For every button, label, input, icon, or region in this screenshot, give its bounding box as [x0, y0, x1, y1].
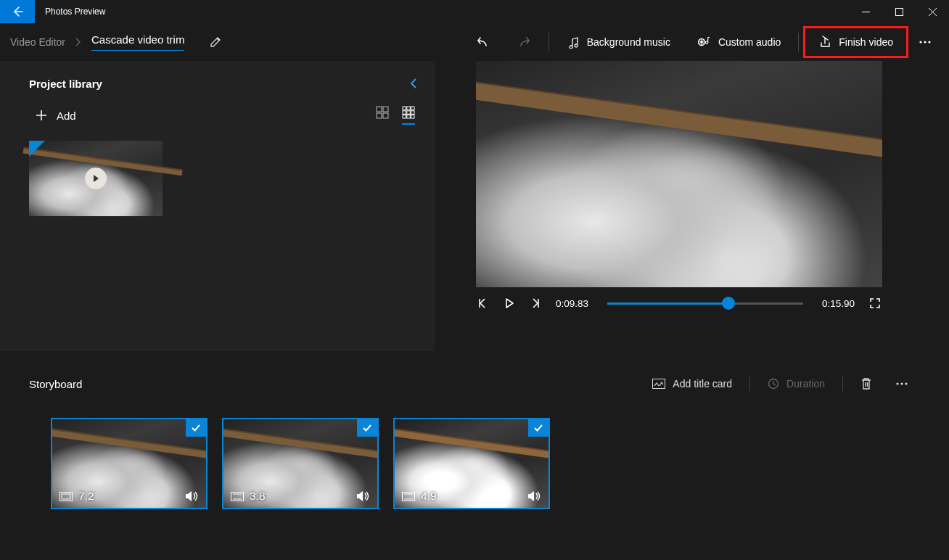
toolbar: Video Editor Cascade video trim Backgrou…: [0, 23, 949, 61]
add-title-card-button[interactable]: Add title card: [641, 372, 744, 395]
undo-button[interactable]: [463, 28, 504, 57]
svg-point-4: [928, 41, 930, 43]
svg-rect-10: [407, 107, 411, 110]
finish-video-button[interactable]: Finish video: [805, 28, 906, 56]
library-clip-thumbnail[interactable]: [29, 141, 163, 216]
video-indicator-icon: [29, 141, 45, 157]
edit-name-button[interactable]: [209, 36, 222, 49]
clock-icon: [768, 378, 779, 390]
minimize-button[interactable]: [849, 0, 882, 23]
next-frame-button[interactable]: [530, 297, 541, 309]
scrubber-handle[interactable]: [722, 297, 735, 310]
collapse-library-button[interactable]: [409, 77, 418, 90]
add-media-button[interactable]: Add: [35, 109, 76, 122]
svg-rect-17: [411, 115, 415, 119]
play-icon: [85, 168, 107, 189]
window-controls: [849, 0, 949, 23]
audio-icon[interactable]: [527, 490, 541, 502]
duration-icon: [402, 492, 415, 501]
trash-icon: [860, 377, 872, 390]
svg-rect-26: [403, 492, 415, 501]
music-icon: [567, 36, 580, 49]
preview-panel: 0:09.83 0:15.90: [435, 61, 949, 351]
svg-point-2: [919, 41, 921, 43]
separator: [798, 33, 799, 52]
svg-point-3: [924, 41, 926, 43]
selected-check-icon: [528, 419, 549, 437]
project-library-panel: Project library Add: [0, 61, 435, 351]
current-time: 0:09.83: [556, 298, 588, 309]
svg-rect-25: [231, 492, 244, 501]
delete-clip-button[interactable]: [849, 371, 884, 396]
storyboard-more-button[interactable]: [884, 376, 920, 392]
clip-duration: 3.8: [250, 490, 266, 503]
svg-rect-0: [895, 8, 903, 15]
video-preview[interactable]: [476, 61, 882, 287]
chevron-right-icon: [75, 38, 81, 46]
svg-rect-8: [383, 113, 388, 118]
duration-icon: [231, 492, 244, 501]
breadcrumb-root[interactable]: Video Editor: [10, 36, 65, 48]
background-music-label: Background music: [587, 36, 670, 48]
export-icon: [818, 36, 831, 49]
back-button[interactable]: [0, 0, 35, 23]
finish-video-label: Finish video: [839, 36, 893, 48]
ellipsis-icon: [919, 40, 932, 44]
audio-icon[interactable]: [356, 490, 370, 502]
clip-duration: 7.2: [78, 490, 94, 503]
audio-icon[interactable]: [184, 490, 199, 502]
clip-duration: 4.9: [421, 490, 437, 503]
ellipsis-icon: [895, 382, 908, 386]
storyboard-clip[interactable]: 7.2: [51, 418, 208, 509]
breadcrumb: Video Editor Cascade video trim: [7, 33, 222, 51]
svg-rect-6: [383, 107, 388, 112]
storyboard-title: Storyboard: [29, 378, 82, 390]
svg-point-20: [896, 382, 898, 384]
svg-rect-7: [377, 113, 382, 118]
scrubber-progress: [607, 302, 728, 305]
background-music-button[interactable]: Background music: [554, 28, 683, 56]
svg-rect-16: [407, 115, 411, 119]
fullscreen-button[interactable]: [869, 297, 881, 309]
svg-rect-15: [403, 115, 406, 119]
custom-audio-label: Custom audio: [718, 36, 781, 48]
total-time: 0:15.90: [822, 298, 855, 309]
separator: [842, 376, 843, 391]
svg-rect-13: [407, 111, 411, 115]
app-title: Photos Preview: [35, 0, 105, 23]
plus-icon: [35, 109, 48, 122]
previous-frame-button[interactable]: [477, 297, 489, 309]
storyboard-panel: Storyboard Add title card Duration: [0, 351, 949, 509]
close-button[interactable]: [916, 0, 949, 23]
storyboard-clip[interactable]: 4.9: [393, 418, 550, 509]
titlebar: Photos Preview: [0, 0, 949, 23]
finish-video-highlight: Finish video: [803, 26, 908, 58]
svg-rect-11: [411, 107, 415, 110]
preview-image: [476, 61, 882, 287]
svg-rect-24: [62, 494, 70, 499]
separator: [549, 33, 549, 52]
player-controls: 0:09.83 0:15.90: [476, 287, 882, 309]
redo-button[interactable]: [504, 28, 544, 57]
maximize-button[interactable]: [882, 0, 916, 23]
large-grid-view-button[interactable]: [376, 106, 389, 125]
duration-button: Duration: [756, 372, 837, 395]
add-label: Add: [57, 110, 76, 122]
library-title: Project library: [29, 78, 102, 90]
play-button[interactable]: [504, 297, 515, 309]
timeline-scrubber[interactable]: [607, 302, 803, 305]
storyboard-clip[interactable]: 3.8: [222, 418, 379, 509]
separator: [749, 376, 750, 391]
svg-point-21: [900, 382, 903, 384]
custom-audio-icon: [697, 36, 711, 49]
svg-rect-9: [403, 107, 406, 110]
selected-check-icon: [357, 419, 377, 437]
more-button[interactable]: [908, 33, 942, 52]
svg-rect-5: [377, 107, 382, 112]
selected-check-icon: [186, 419, 206, 437]
custom-audio-button[interactable]: Custom audio: [683, 28, 794, 56]
title-card-icon: [652, 379, 665, 389]
small-grid-view-button[interactable]: [402, 106, 415, 125]
project-name[interactable]: Cascade video trim: [91, 33, 184, 51]
duration-icon: [59, 492, 73, 501]
